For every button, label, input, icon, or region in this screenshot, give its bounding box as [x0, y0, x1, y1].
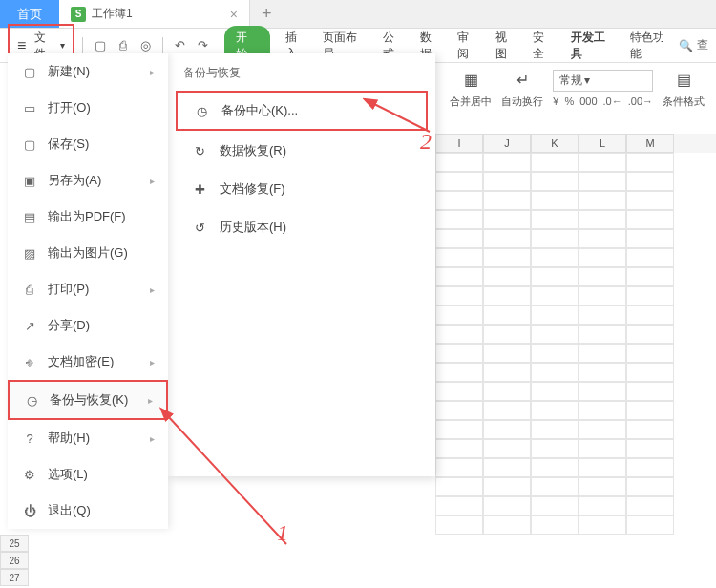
cell[interactable] [626, 382, 674, 401]
cell[interactable] [579, 191, 626, 210]
cell[interactable] [483, 401, 531, 420]
ribbon-tab-view[interactable]: 视图 [495, 30, 517, 62]
cell[interactable] [531, 325, 579, 344]
cell[interactable] [483, 496, 531, 515]
cell[interactable] [483, 420, 531, 439]
cell[interactable] [435, 515, 483, 535]
menu-backup-restore[interactable]: ◷备份与恢复(K)▸ [8, 380, 168, 420]
cell[interactable] [531, 496, 579, 515]
cell[interactable] [531, 191, 579, 210]
wrap-text-button[interactable]: ↵ 自动换行 [501, 68, 543, 109]
menu-options[interactable]: ⚙选项(L) [8, 456, 168, 493]
cell[interactable] [435, 363, 483, 382]
menu-encrypt[interactable]: ⎆文档加密(E)▸ [8, 344, 168, 380]
ribbon-tab-devtools[interactable]: 开发工具 [571, 30, 616, 62]
cell[interactable] [435, 439, 483, 458]
cell[interactable] [579, 305, 626, 325]
cell[interactable] [531, 458, 579, 477]
cell[interactable] [531, 420, 579, 439]
cell[interactable] [626, 401, 674, 420]
cell[interactable] [531, 382, 579, 401]
cell[interactable] [579, 363, 626, 382]
cell[interactable] [483, 210, 531, 229]
cell[interactable] [531, 515, 579, 535]
cell[interactable] [626, 420, 674, 439]
merge-center-button[interactable]: ▦ 合并居中 [450, 68, 492, 109]
cell[interactable] [483, 248, 531, 267]
cell[interactable] [626, 305, 674, 325]
cell[interactable] [435, 248, 483, 267]
cell[interactable] [579, 172, 626, 191]
increase-decimal-icon[interactable]: .00→ [628, 95, 653, 107]
menu-export-pdf[interactable]: ▤输出为PDF(F) [8, 199, 168, 235]
cell[interactable] [531, 363, 579, 382]
menu-open[interactable]: ▭打开(O) [8, 90, 168, 126]
cell[interactable] [483, 363, 531, 382]
cell[interactable] [483, 439, 531, 458]
decrease-decimal-icon[interactable]: .0← [603, 95, 622, 107]
cell[interactable] [626, 344, 674, 363]
cell[interactable] [435, 401, 483, 420]
cell[interactable] [483, 382, 531, 401]
spreadsheet-grid[interactable]: I J K L M [435, 134, 716, 588]
menu-export-image[interactable]: ▨输出为图片(G) [8, 235, 168, 271]
cell[interactable] [435, 344, 483, 363]
cell[interactable] [626, 515, 674, 535]
cell[interactable] [626, 496, 674, 515]
cell[interactable] [483, 229, 531, 248]
submenu-backup-center[interactable]: ◷备份中心(K)... [176, 91, 428, 131]
cell[interactable] [435, 153, 483, 172]
cell[interactable] [531, 286, 579, 305]
cell[interactable] [435, 267, 483, 286]
submenu-data-recovery[interactable]: ↻数据恢复(R) [176, 133, 428, 169]
menu-saveas[interactable]: ▣另存为(A)▸ [8, 162, 168, 199]
cell[interactable] [579, 210, 626, 229]
cell[interactable] [531, 210, 579, 229]
cell[interactable] [435, 305, 483, 325]
cell[interactable] [483, 305, 531, 325]
submenu-doc-repair[interactable]: ✚文档修复(F) [176, 171, 428, 207]
cell[interactable] [579, 458, 626, 477]
cell[interactable] [531, 344, 579, 363]
cell[interactable] [531, 153, 579, 172]
cell[interactable] [435, 382, 483, 401]
cell[interactable] [435, 420, 483, 439]
cell[interactable] [626, 191, 674, 210]
cell[interactable] [483, 515, 531, 535]
ribbon-tab-security[interactable]: 安全 [533, 30, 555, 62]
cell[interactable] [531, 229, 579, 248]
cell[interactable] [626, 229, 674, 248]
redo-icon[interactable]: ↷ [194, 36, 213, 55]
ribbon-tab-features[interactable]: 特色功能 [630, 30, 675, 62]
cell[interactable] [626, 439, 674, 458]
row-header[interactable]: 25 [0, 535, 29, 552]
cell[interactable] [579, 477, 626, 496]
cell[interactable] [435, 458, 483, 477]
currency-icon[interactable]: ¥ [553, 95, 558, 107]
cell[interactable] [626, 248, 674, 267]
row-header[interactable]: 26 [0, 552, 29, 569]
add-tab-button[interactable]: + [250, 0, 284, 28]
cell[interactable] [579, 325, 626, 344]
cell[interactable] [579, 420, 626, 439]
undo-icon[interactable]: ↶ [171, 36, 190, 55]
cell[interactable] [626, 458, 674, 477]
cell[interactable] [435, 325, 483, 344]
menu-help[interactable]: ?帮助(H)▸ [8, 420, 168, 456]
cell[interactable] [579, 401, 626, 420]
cell[interactable] [579, 515, 626, 535]
cell[interactable] [579, 382, 626, 401]
submenu-history[interactable]: ↺历史版本(H) [176, 209, 428, 245]
row-header[interactable]: 27 [0, 569, 29, 586]
cell[interactable] [626, 325, 674, 344]
cell[interactable] [626, 286, 674, 305]
col-header[interactable]: J [483, 134, 531, 153]
cell[interactable] [435, 286, 483, 305]
cell[interactable] [579, 229, 626, 248]
col-header[interactable]: K [531, 134, 579, 153]
cell[interactable] [435, 191, 483, 210]
cell[interactable] [483, 172, 531, 191]
number-format-dropdown[interactable]: 常规 ▾ [553, 70, 653, 92]
save-icon[interactable]: ▢ [91, 36, 110, 55]
cell[interactable] [579, 267, 626, 286]
